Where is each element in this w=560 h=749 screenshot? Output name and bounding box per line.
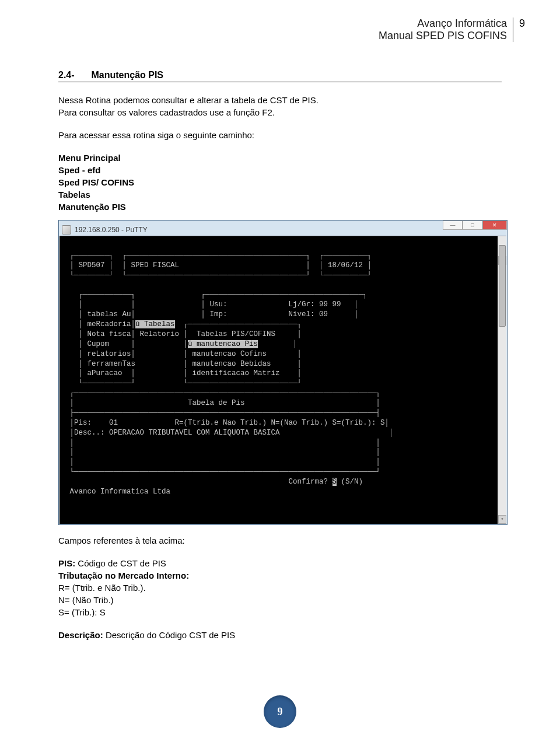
putty-icon [62, 225, 71, 235]
page-number-top: 9 [519, 18, 525, 30]
window-titlebar: 192.168.0.250 - PuTTY — □ ✕ [60, 224, 506, 236]
section-heading: 2.4- Manutenção PIS [58, 70, 502, 82]
scroll-thumb[interactable] [499, 245, 506, 327]
page-bubble: 9 [264, 695, 296, 728]
terminal-screen[interactable]: ┌────────┐ ┌────────────────────────────… [60, 236, 506, 524]
paragraph: Nessa Rotina podemos consultar e alterar… [58, 94, 502, 118]
section-title: Manutenção PIS [91, 70, 163, 80]
header-line2: Manual SPED PIS COFINS [379, 30, 507, 42]
scroll-down-icon[interactable]: ▾ [498, 515, 506, 524]
minimize-button[interactable]: — [443, 220, 463, 230]
window-buttons: — □ ✕ [443, 220, 507, 230]
maximize-button[interactable]: □ [463, 220, 482, 230]
header-line1: Avanço Informática [379, 18, 507, 30]
menu-path: Menu Principal Sped - efd Sped PIS/ COFI… [58, 152, 502, 213]
paragraph: Para acessar essa rotina siga o seguinte… [58, 129, 502, 141]
putty-window: 192.168.0.250 - PuTTY — □ ✕ ┌────────┐ ┌… [58, 220, 508, 525]
field-descriptions: Campos referentes à tela acima: PIS: Cód… [58, 534, 502, 641]
page-header: Avanço Informática Manual SPED PIS COFIN… [379, 18, 513, 42]
window-title: 192.168.0.250 - PuTTY [75, 226, 148, 234]
close-button[interactable]: ✕ [482, 220, 507, 230]
section-number: 2.4- [58, 70, 89, 80]
scrollbar[interactable]: ▴ ▾ [498, 236, 506, 524]
